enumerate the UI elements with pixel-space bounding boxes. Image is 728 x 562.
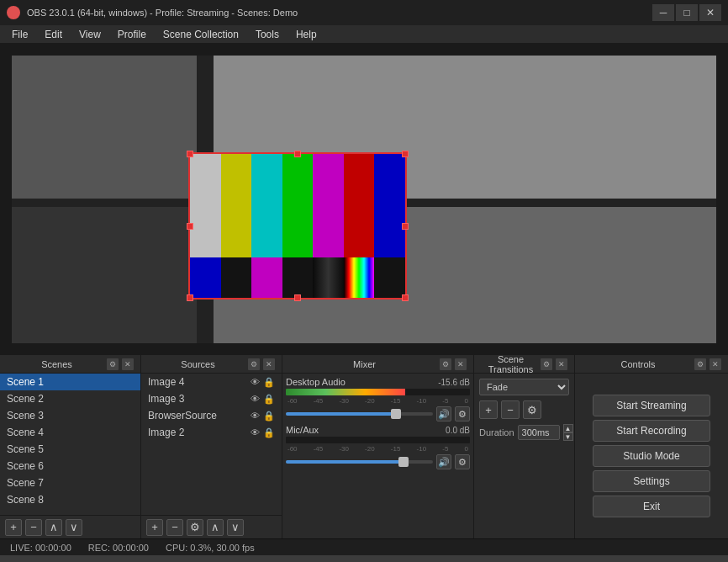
menu-scene-collection[interactable]: Scene Collection [155, 27, 247, 42]
source-eye-icon-2[interactable]: 👁 [251, 394, 260, 405]
mixer-desktop-fader[interactable] [286, 412, 433, 416]
minimize-button[interactable]: ─ [652, 4, 674, 21]
controls-config-icon[interactable]: ⚙ [694, 358, 706, 370]
scenes-add-button[interactable]: + [5, 519, 22, 536]
mixer-config-icon[interactable]: ⚙ [440, 358, 451, 370]
mixer-desktop-settings-button[interactable]: ⚙ [455, 406, 470, 422]
scenes-panel-title: Scenes [7, 359, 107, 369]
scenes-config-icon[interactable]: ⚙ [107, 358, 119, 370]
bar-yellow [221, 154, 252, 257]
bar-white [190, 154, 221, 257]
handle-bottommid[interactable] [294, 294, 301, 301]
source-eye-icon[interactable]: 👁 [251, 377, 260, 388]
source-lock-icon-3[interactable]: 🔒 [263, 411, 275, 422]
source-item-browser[interactable]: BrowserSource 👁 🔒 [141, 407, 282, 424]
mixer-desktop-scale: -60 -45 -30 -20 -15 -10 -5 0 [286, 397, 470, 405]
sources-up-button[interactable]: ∧ [207, 519, 224, 536]
mixer-track-header-desktop: Desktop Audio -15.6 dB [286, 377, 470, 387]
handle-topleft[interactable] [187, 151, 193, 157]
scene-item-3[interactable]: Scene 3 [0, 407, 140, 424]
menu-edit[interactable]: Edit [36, 27, 71, 42]
barb-rainbow [344, 257, 375, 298]
duration-down-button[interactable]: ▼ [563, 432, 573, 441]
mixer-mic-settings-button[interactable]: ⚙ [455, 454, 470, 469]
handle-bottomright[interactable] [402, 294, 409, 301]
scene-item-2[interactable]: Scene 2 [0, 390, 140, 407]
scene-item-1[interactable]: Scene 1 [0, 374, 140, 390]
studio-mode-button[interactable]: Studio Mode [593, 445, 710, 467]
transitions-close-icon[interactable]: ✕ [556, 358, 567, 370]
scenes-close-icon[interactable]: ✕ [122, 358, 134, 370]
source-lock-icon[interactable]: 🔒 [263, 377, 275, 388]
start-streaming-button[interactable]: Start Streaming [593, 395, 710, 416]
transition-type-select[interactable]: Fade Cut Swipe Slide Stinger Luma Wipe [479, 379, 569, 395]
source-item-image4[interactable]: Image 4 👁 🔒 [141, 374, 282, 390]
handle-bottomleft[interactable] [187, 294, 193, 301]
menu-view[interactable]: View [71, 27, 109, 42]
transition-remove-button[interactable]: − [501, 400, 520, 419]
mixer-desktop-fader-row: 🔊 ⚙ [286, 406, 470, 422]
close-button[interactable]: ✕ [699, 4, 721, 21]
source-eye-icon-4[interactable]: 👁 [251, 427, 260, 438]
source-eye-icon-3[interactable]: 👁 [251, 411, 260, 422]
handle-midleft[interactable] [187, 223, 193, 230]
source-lock-icon-2[interactable]: 🔒 [263, 394, 275, 405]
sources-down-button[interactable]: ∨ [227, 519, 244, 536]
maximize-button[interactable]: □ [676, 4, 698, 21]
sources-config-icon[interactable]: ⚙ [248, 358, 260, 370]
sources-remove-button[interactable]: − [166, 519, 183, 536]
scene-item-4[interactable]: Scene 4 [0, 424, 140, 441]
source-lock-icon-4[interactable]: 🔒 [263, 427, 275, 438]
handle-topright[interactable] [402, 151, 409, 157]
color-bars-source[interactable] [188, 152, 407, 300]
mixer-desktop-mute-button[interactable]: 🔊 [436, 406, 451, 422]
transition-settings-button[interactable]: ⚙ [523, 400, 541, 419]
mixer-mic-mute-button[interactable]: 🔊 [436, 454, 451, 469]
scenes-up-button[interactable]: ∧ [45, 519, 62, 536]
duration-up-button[interactable]: ▲ [563, 424, 573, 432]
scenes-down-button[interactable]: ∨ [66, 519, 82, 536]
transition-add-button[interactable]: + [479, 400, 498, 419]
mixer-desktop-fader-fill [286, 412, 396, 416]
scene-item-7[interactable]: Scene 7 [0, 475, 140, 491]
controls-panel: Controls ⚙ ✕ Start Streaming Start Recor… [575, 355, 728, 538]
scenes-list[interactable]: Scene 1 Scene 2 Scene 3 Scene 4 Scene 5 … [0, 374, 140, 515]
handle-topmid[interactable] [294, 151, 301, 157]
mixer-desktop-name: Desktop Audio [286, 377, 438, 387]
transitions-panel-header: Scene Transitions ⚙ ✕ [474, 355, 574, 374]
sources-settings-button[interactable]: ⚙ [187, 519, 203, 536]
mixer-close-icon[interactable]: ✕ [455, 358, 467, 370]
bar-red [344, 154, 375, 257]
source-item-image3[interactable]: Image 3 👁 🔒 [141, 390, 282, 407]
sources-list[interactable]: Image 4 👁 🔒 Image 3 👁 🔒 BrowserSource [141, 374, 282, 515]
mixer-mic-fader-thumb[interactable] [398, 457, 409, 467]
mixer-mic-fader[interactable] [286, 460, 433, 464]
scene-item-6[interactable]: Scene 6 [0, 458, 140, 475]
app-icon [7, 6, 20, 19]
menu-help[interactable]: Help [288, 27, 325, 42]
preview-canvas[interactable] [12, 56, 716, 343]
handle-midright[interactable] [402, 223, 409, 230]
duration-spin: ▲ ▼ [563, 424, 573, 441]
mixer-desktop-fader-thumb[interactable] [391, 409, 401, 419]
bar-blue [374, 154, 405, 257]
transitions-config-icon[interactable]: ⚙ [541, 358, 552, 370]
scene-item-8[interactable]: Scene 8 [0, 491, 140, 508]
sources-add-button[interactable]: + [146, 519, 163, 536]
controls-close-icon[interactable]: ✕ [710, 358, 721, 370]
source-icons-browser: 👁 🔒 [251, 411, 275, 422]
menu-file[interactable]: File [3, 27, 36, 42]
menu-tools[interactable]: Tools [247, 27, 288, 42]
start-recording-button[interactable]: Start Recording [593, 420, 710, 442]
sources-toolbar: + − ⚙ ∧ ∨ [141, 515, 282, 538]
source-item-image2[interactable]: Image 2 👁 🔒 [141, 424, 282, 441]
scenes-remove-button[interactable]: − [25, 519, 42, 536]
exit-button[interactable]: Exit [593, 496, 710, 517]
menu-profile[interactable]: Profile [109, 27, 155, 42]
sources-close-icon[interactable]: ✕ [263, 358, 275, 370]
scene-item-5[interactable]: Scene 5 [0, 441, 140, 458]
preview-area [0, 44, 728, 355]
settings-button[interactable]: Settings [593, 470, 710, 492]
duration-input[interactable] [518, 425, 560, 440]
titlebar: OBS 23.0.1 (64-bit, windows) - Profile: … [0, 0, 728, 25]
